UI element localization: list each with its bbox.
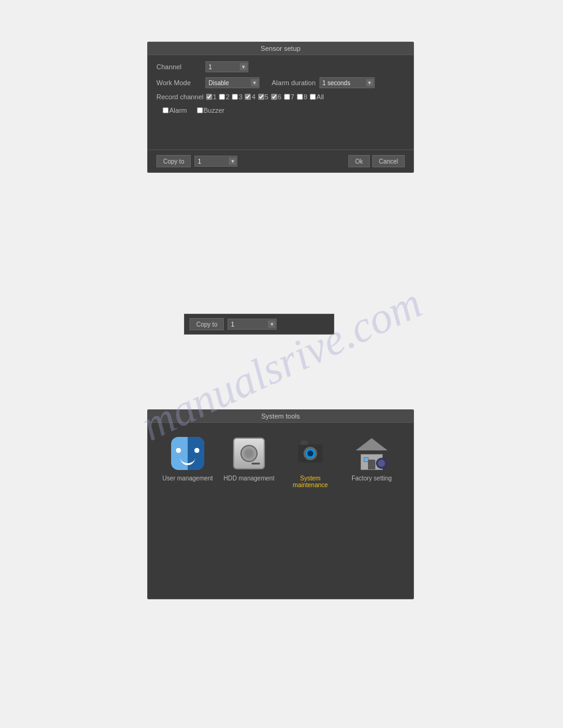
- system-maintenance-item[interactable]: System maintenance: [283, 435, 338, 488]
- work-mode-select-wrapper[interactable]: DisableNormally OpenNormally Close ▼: [205, 77, 259, 88]
- channel-all-checkbox-item[interactable]: All: [310, 93, 324, 100]
- alarm-duration-label: Alarm duration: [272, 79, 316, 86]
- copy-to-widget-select-wrapper[interactable]: 1234 ▼: [228, 319, 277, 330]
- sensor-setup-panel: Sensor setup Channel 1234 ▼ Work Mode Di…: [147, 42, 414, 173]
- channel-5-label: 5: [265, 93, 269, 100]
- hdd-management-icon-box: [231, 435, 267, 472]
- record-channel-label: Record channel: [156, 93, 204, 100]
- house-badge: [376, 458, 387, 469]
- channel-8-checkbox-item[interactable]: 8: [297, 93, 307, 100]
- channel-1-label: 1: [213, 93, 216, 100]
- hdd-icon: [233, 438, 265, 469]
- channel-5-checkbox-item[interactable]: 5: [258, 93, 269, 100]
- finder-icon-left: [171, 437, 188, 470]
- channel-7-label: 7: [291, 93, 294, 100]
- system-maintenance-icon-box: [292, 435, 329, 472]
- alarm-label: Alarm: [169, 107, 187, 114]
- channel-1-checkbox-item[interactable]: 1: [206, 93, 216, 100]
- user-management-item[interactable]: User management: [160, 435, 215, 482]
- record-channel-row: Record channel 1 2 3 4 5 6 7 8: [156, 93, 405, 100]
- sensor-setup-bottom-bar: Copy to 1234 ▼ Ok Cancel: [148, 150, 413, 172]
- house-badge-inner: [378, 460, 385, 467]
- channel-6-label: 6: [278, 93, 282, 100]
- hdd-management-item[interactable]: HDD management: [221, 435, 277, 482]
- system-tools-panel: System tools User management: [147, 409, 414, 599]
- channel-7-checkbox[interactable]: [284, 94, 290, 100]
- channel-8-label: 8: [304, 93, 307, 100]
- work-mode-select[interactable]: DisableNormally OpenNormally Close: [205, 77, 259, 88]
- channel-2-checkbox[interactable]: [219, 94, 225, 100]
- alarm-checkbox-item[interactable]: Alarm: [163, 107, 187, 114]
- alarm-checkbox[interactable]: [163, 107, 169, 113]
- factory-setting-label: Factory setting: [351, 475, 392, 482]
- finder-icon: [171, 437, 204, 470]
- camera-body: [298, 444, 323, 463]
- copy-to-select-wrapper[interactable]: 1234 ▼: [194, 156, 237, 167]
- channel-3-checkbox[interactable]: [232, 94, 238, 100]
- house-roof: [356, 438, 388, 450]
- channel-3-checkbox-item[interactable]: 3: [232, 93, 242, 100]
- user-management-icon-box: [169, 435, 206, 472]
- channel-6-checkbox-item[interactable]: 6: [271, 93, 282, 100]
- house-door: [368, 460, 375, 469]
- channel-row: Channel 1234 ▼: [156, 61, 405, 72]
- channel-6-checkbox[interactable]: [271, 94, 277, 100]
- channel-select[interactable]: 1234: [205, 61, 248, 72]
- copy-to-widget-select[interactable]: 1234: [228, 319, 277, 330]
- work-mode-label: Work Mode: [156, 79, 205, 86]
- channel-2-label: 2: [226, 93, 229, 100]
- channel-label: Channel: [156, 63, 205, 70]
- camera-lens-outer: [304, 447, 317, 460]
- copy-to-button[interactable]: Copy to: [156, 155, 191, 167]
- finder-icon-right: [188, 437, 204, 470]
- channel-4-checkbox-item[interactable]: 4: [245, 93, 255, 100]
- camera-top-bump: [301, 441, 308, 445]
- hdd-platter: [240, 445, 258, 462]
- work-mode-row: Work Mode DisableNormally OpenNormally C…: [156, 77, 405, 88]
- copy-to-widget: Copy to 1234 ▼: [184, 314, 334, 335]
- buzzer-checkbox-item[interactable]: Buzzer: [197, 107, 224, 114]
- channel-all-checkbox[interactable]: [310, 94, 316, 100]
- tools-grid: User management HDD management: [148, 423, 413, 501]
- factory-setting-icon-box: [353, 435, 390, 472]
- channel-3-label: 3: [239, 93, 242, 100]
- finder-icon-eye-right: [194, 448, 199, 453]
- copy-to-widget-button[interactable]: Copy to: [190, 318, 224, 330]
- channel-8-checkbox[interactable]: [297, 94, 303, 100]
- maintenance-icon: [294, 437, 327, 470]
- spacer: [156, 119, 405, 143]
- hdd-management-label: HDD management: [224, 475, 275, 482]
- channel-7-checkbox-item[interactable]: 7: [284, 93, 294, 100]
- channel-1-checkbox[interactable]: [206, 94, 212, 100]
- copy-to-section: Copy to 1234 ▼: [156, 155, 237, 167]
- channel-2-checkbox-item[interactable]: 2: [219, 93, 229, 100]
- alarm-duration-select[interactable]: 1 seconds2 seconds5 seconds: [320, 77, 375, 88]
- system-maintenance-label: System maintenance: [283, 475, 338, 488]
- ok-button[interactable]: Ok: [348, 155, 370, 167]
- channel-5-checkbox[interactable]: [258, 94, 264, 100]
- sensor-setup-title: Sensor setup: [148, 42, 413, 55]
- channel-all-label: All: [316, 93, 324, 100]
- buzzer-checkbox[interactable]: [197, 107, 203, 113]
- cancel-button[interactable]: Cancel: [372, 155, 405, 167]
- copy-to-select[interactable]: 1234: [194, 156, 237, 167]
- channel-4-label: 4: [251, 93, 255, 100]
- alarm-buzzer-row: Alarm Buzzer: [156, 107, 405, 114]
- alarm-duration-select-wrapper[interactable]: 1 seconds2 seconds5 seconds ▼: [320, 77, 375, 88]
- ok-cancel-group: Ok Cancel: [348, 155, 405, 167]
- buzzer-label: Buzzer: [204, 107, 224, 114]
- finder-icon-eye-left: [176, 448, 181, 453]
- hdd-arm: [251, 463, 260, 464]
- system-tools-title: System tools: [148, 410, 413, 423]
- channel-select-wrapper[interactable]: 1234 ▼: [205, 61, 248, 72]
- camera-lens-inner: [307, 450, 313, 457]
- house-icon: [355, 437, 388, 470]
- factory-setting-item[interactable]: Factory setting: [344, 435, 399, 482]
- channel-4-checkbox[interactable]: [245, 94, 251, 100]
- user-management-label: User management: [163, 475, 213, 482]
